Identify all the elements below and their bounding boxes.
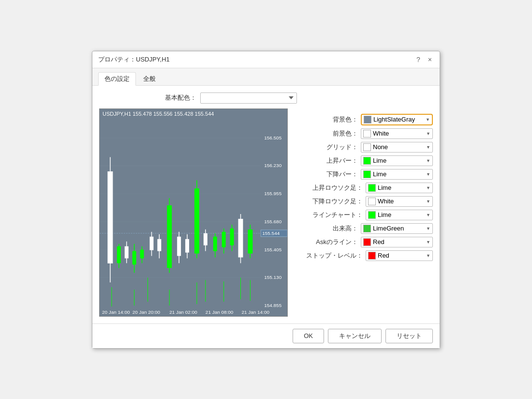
svg-rect-18	[108, 171, 113, 263]
color-row-bg: 背景色： LightSlateGray ▼	[305, 114, 433, 125]
grid-color-swatch	[363, 143, 371, 151]
bg-dropdown-arrow: ▼	[426, 117, 430, 122]
svg-rect-26	[140, 249, 144, 258]
color-row-ask: Askのライン： Red ▼	[305, 237, 433, 247]
ok-button[interactable]: OK	[293, 329, 324, 343]
chart-area: USDJPY,H1 155.478 155.556 155.428 155.54…	[99, 108, 288, 317]
ask-arrow: ▼	[426, 240, 430, 245]
down-bar-color-label: 下降バー：	[305, 170, 358, 179]
down-candle-value: White	[378, 198, 425, 205]
line-chart-label: ラインチャート：	[305, 211, 363, 219]
grid-color-label: グリッド：	[305, 143, 358, 152]
dialog-footer: OK キャンセル リセット	[92, 323, 440, 348]
right-panel: 背景色： LightSlateGray ▼ 前景色： White ▼ グリッド：	[305, 92, 433, 317]
svg-text:155.130: 155.130	[264, 275, 281, 280]
down-bar-value: Lime	[373, 170, 425, 178]
svg-text:156.230: 156.230	[264, 163, 281, 168]
grid-dropdown-arrow: ▼	[426, 145, 430, 150]
bg-color-swatch	[364, 116, 371, 123]
color-row-fg: 前景色： White ▼	[305, 128, 433, 139]
color-row-grid: グリッド： None ▼	[305, 142, 433, 153]
svg-rect-22	[125, 246, 129, 258]
color-row-up-candle: 上昇ロウソク足： Lime ▼	[305, 183, 433, 193]
svg-rect-43	[204, 233, 207, 245]
svg-rect-39	[185, 239, 189, 252]
svg-text:156.505: 156.505	[264, 135, 281, 140]
svg-rect-20	[117, 246, 121, 263]
svg-rect-31	[149, 236, 153, 250]
bg-color-select-wrapper[interactable]: LightSlateGray ▼	[361, 114, 433, 125]
close-button[interactable]: ×	[426, 56, 434, 63]
up-candle-label: 上昇ロウソク足：	[305, 184, 363, 192]
down-candle-select-wrapper[interactable]: White ▼	[366, 196, 433, 207]
grid-color-select-wrapper[interactable]: None ▼	[361, 142, 433, 153]
fg-color-swatch	[363, 130, 371, 138]
left-panel: 基本配色： USDJPY,H1 155.478 155.556 155.428 …	[99, 92, 297, 317]
stop-swatch	[368, 252, 376, 260]
volume-arrow: ▼	[426, 226, 430, 231]
svg-rect-52	[230, 228, 234, 245]
svg-rect-48	[213, 236, 217, 251]
fg-color-label: 前景色：	[305, 129, 358, 138]
svg-text:155.680: 155.680	[264, 218, 281, 224]
down-candle-arrow: ▼	[426, 199, 430, 204]
tab-color-settings[interactable]: 色の設定	[98, 72, 136, 86]
tab-general[interactable]: 全般	[137, 72, 162, 85]
title-actions: ? ×	[414, 56, 434, 63]
color-row-down-candle: 下降ロウソク足： White ▼	[305, 196, 433, 207]
stop-arrow: ▼	[426, 253, 430, 258]
fg-color-select-wrapper[interactable]: White ▼	[361, 128, 433, 139]
stop-value: Red	[378, 252, 425, 259]
base-color-select[interactable]	[200, 92, 297, 104]
chart-svg: 156.505 156.230 155.955 155.680 155.405 …	[100, 109, 287, 316]
help-button[interactable]: ?	[414, 56, 422, 63]
svg-rect-37	[177, 236, 181, 256]
reset-button[interactable]: リセット	[385, 329, 433, 343]
cancel-button[interactable]: キャンセル	[328, 329, 382, 343]
up-candle-arrow: ▼	[426, 185, 430, 190]
color-row-volume: 出来高： LimeGreen ▼	[305, 223, 433, 234]
svg-rect-35	[167, 205, 172, 268]
svg-rect-24	[133, 251, 136, 264]
volume-swatch	[363, 225, 371, 232]
line-chart-select-wrapper[interactable]: Lime ▼	[366, 210, 433, 220]
up-bar-swatch	[363, 157, 371, 165]
svg-text:20 Jan 20:00: 20 Jan 20:00	[133, 309, 161, 314]
volume-select-wrapper[interactable]: LimeGreen ▼	[361, 223, 433, 234]
properties-dialog: プロパティ：USDJPY,H1 ? × 色の設定 全般 基本配色： USDJPY…	[92, 51, 440, 349]
up-bar-arrow: ▼	[426, 158, 430, 163]
line-chart-swatch	[368, 211, 376, 219]
down-candle-swatch	[368, 198, 376, 205]
down-candle-label: 下降ロウソク足：	[305, 197, 363, 206]
grid-color-value: None	[373, 143, 425, 151]
chart-header: USDJPY,H1 155.478 155.556 155.428 155.54…	[103, 111, 214, 117]
up-bar-value: Lime	[373, 157, 425, 164]
base-color-row: 基本配色：	[99, 92, 297, 104]
bg-color-label: 背景色：	[305, 115, 358, 124]
line-chart-value: Lime	[378, 211, 425, 218]
down-bar-arrow: ▼	[426, 172, 430, 177]
volume-label: 出来高：	[305, 224, 358, 233]
svg-rect-50	[222, 231, 226, 247]
svg-text:154.855: 154.855	[264, 302, 281, 307]
main-content: 基本配色： USDJPY,H1 155.478 155.556 155.428 …	[92, 86, 440, 323]
line-chart-arrow: ▼	[426, 213, 430, 217]
volume-value: LimeGreen	[373, 225, 425, 232]
svg-rect-0	[100, 109, 287, 316]
up-candle-value: Lime	[378, 184, 425, 191]
up-candle-select-wrapper[interactable]: Lime ▼	[366, 183, 433, 193]
stop-select-wrapper[interactable]: Red ▼	[366, 250, 433, 261]
down-bar-swatch	[363, 170, 371, 178]
stop-label: ストップ・レベル：	[305, 251, 363, 260]
color-row-stop: ストップ・レベル： Red ▼	[305, 250, 433, 261]
svg-rect-33	[157, 239, 161, 251]
svg-rect-56	[248, 229, 252, 253]
ask-select-wrapper[interactable]: Red ▼	[361, 237, 433, 247]
svg-text:155.955: 155.955	[264, 191, 281, 196]
down-bar-select-wrapper[interactable]: Lime ▼	[361, 169, 433, 180]
svg-text:20 Jan 14:00: 20 Jan 14:00	[102, 309, 130, 314]
svg-rect-41	[194, 188, 199, 253]
ask-label: Askのライン：	[305, 238, 358, 246]
dialog-title: プロパティ：USDJPY,H1	[98, 55, 170, 64]
up-bar-select-wrapper[interactable]: Lime ▼	[361, 155, 433, 166]
